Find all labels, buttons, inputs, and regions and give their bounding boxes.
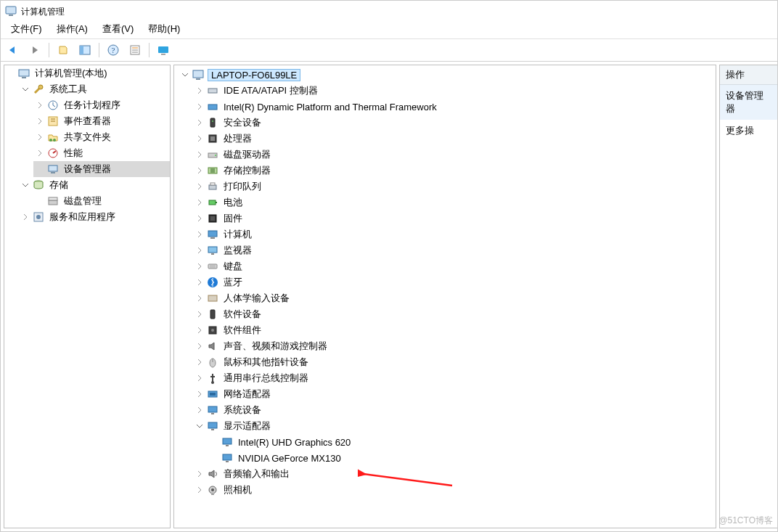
svg-point-38 [215, 155, 216, 156]
menu-action[interactable]: 操作(A) [49, 21, 95, 38]
expand-icon[interactable] [194, 325, 205, 335]
device-battery[interactable]: 电池 [193, 195, 716, 210]
tree-disk-management[interactable]: 磁盘管理 [33, 193, 170, 209]
expand-icon[interactable] [194, 293, 205, 303]
device-cpu[interactable]: 处理器 [193, 131, 716, 147]
device-label: 通用串行总线控制器 [222, 372, 310, 385]
device-print-queue[interactable]: 打印队列 [193, 179, 716, 195]
tree-services-apps[interactable]: 服务和应用程序 [19, 209, 170, 225]
svg-rect-68 [226, 461, 229, 462]
svg-rect-61 [208, 406, 217, 412]
device-mouse[interactable]: 鼠标和其他指针设备 [193, 354, 716, 370]
menu-help[interactable]: 帮助(H) [141, 21, 187, 38]
expand-icon[interactable] [194, 341, 205, 351]
expand-icon[interactable] [194, 86, 205, 96]
scan-hardware-button[interactable] [154, 41, 173, 60]
collapse-icon[interactable] [180, 70, 190, 80]
device-label: 人体学输入设备 [222, 292, 291, 305]
tree-device-manager[interactable]: 设备管理器 [33, 161, 170, 177]
svg-rect-3 [80, 46, 83, 54]
actions-more[interactable]: 更多操 [720, 120, 777, 142]
tree-root[interactable]: 计算机管理(本地) [4, 65, 170, 81]
expand-icon[interactable] [194, 197, 205, 208]
show-hide-tree-button[interactable] [75, 41, 94, 60]
device-computer[interactable]: 计算机 [193, 226, 716, 242]
expand-icon[interactable] [194, 102, 205, 112]
properties-button[interactable] [126, 41, 144, 60]
device-label: 软件设备 [222, 308, 263, 321]
svg-rect-33 [210, 118, 215, 127]
collapse-icon[interactable] [194, 421, 205, 431]
expand-icon[interactable] [194, 309, 205, 319]
device-root[interactable]: LAPTOP-FO6L99LE [179, 67, 716, 83]
expand-icon[interactable] [194, 277, 205, 287]
expand-icon[interactable] [194, 469, 205, 479]
expand-icon[interactable] [35, 148, 45, 158]
device-disk-drives[interactable]: 磁盘驱动器 [193, 147, 716, 163]
device-security[interactable]: 安全设备 [193, 115, 716, 131]
expand-icon[interactable] [194, 357, 205, 367]
device-mouse-icon [206, 356, 219, 369]
storage-icon [32, 179, 45, 192]
device-sw-devices[interactable]: 软件设备 [193, 306, 716, 322]
expand-icon[interactable] [35, 100, 45, 110]
expand-icon[interactable] [194, 118, 205, 128]
console-tree[interactable]: 计算机管理(本地) 系统工具 [4, 65, 170, 225]
tree-event-viewer[interactable]: 事件查看器 [33, 113, 170, 129]
device-display-nvidia[interactable]: NVIDIA GeForce MX130 [208, 450, 716, 466]
expand-icon[interactable] [194, 261, 205, 271]
svg-rect-22 [49, 165, 57, 171]
expand-icon[interactable] [194, 150, 205, 160]
device-sw-components[interactable]: 软件组件 [193, 322, 716, 338]
device-storage-ctrl[interactable]: 存储控制器 [193, 163, 716, 179]
help-button[interactable]: ? [104, 41, 123, 60]
up-button[interactable] [54, 41, 73, 60]
expand-icon[interactable] [194, 373, 205, 383]
device-label: 蓝牙 [222, 276, 244, 289]
device-display-uhd[interactable]: Intel(R) UHD Graphics 620 [208, 434, 716, 450]
menu-file[interactable]: 文件(F) [4, 21, 49, 38]
tree-performance[interactable]: 性能 [33, 145, 170, 161]
device-display-icon [206, 420, 219, 433]
device-audio-io[interactable]: 音频输入和输出 [193, 466, 716, 482]
device-firmware[interactable]: 固件 [193, 210, 716, 226]
device-display[interactable]: 显示适配器 [193, 418, 716, 434]
expand-icon[interactable] [194, 389, 205, 399]
device-system-devices[interactable]: 系统设备 [193, 402, 716, 418]
expand-icon[interactable] [20, 212, 30, 222]
device-sound[interactable]: 声音、视频和游戏控制器 [193, 338, 716, 354]
expand-icon[interactable] [194, 181, 205, 192]
expand-icon[interactable] [35, 132, 45, 142]
svg-point-28 [36, 215, 41, 219]
expand-icon[interactable] [35, 116, 45, 126]
collapse-icon[interactable] [20, 180, 30, 190]
device-network[interactable]: 网络适配器 [193, 386, 716, 402]
expand-icon[interactable] [194, 134, 205, 144]
expand-icon[interactable] [194, 165, 205, 176]
device-label: 计算机 [222, 228, 253, 241]
expand-icon[interactable] [194, 405, 205, 415]
device-camera[interactable]: 照相机 [193, 482, 716, 498]
device-usb[interactable]: 通用串行总线控制器 [193, 370, 716, 386]
tree-label: 系统工具 [48, 83, 89, 96]
expand-icon[interactable] [194, 485, 205, 495]
actions-device-manager[interactable]: 设备管理器 [720, 85, 777, 120]
tree-task-scheduler[interactable]: 任务计划程序 [33, 97, 170, 113]
device-keyboard[interactable]: 键盘 [193, 258, 716, 274]
device-ide[interactable]: IDE ATA/ATAPI 控制器 [193, 83, 716, 99]
back-button[interactable] [4, 41, 22, 60]
device-monitor[interactable]: 监视器 [193, 242, 716, 258]
device-bluetooth[interactable]: 蓝牙 [193, 274, 716, 290]
tree-system-tools[interactable]: 系统工具 [19, 81, 170, 97]
collapse-icon[interactable] [20, 84, 30, 94]
device-hid[interactable]: 人体学输入设备 [193, 290, 716, 306]
forward-button[interactable] [25, 41, 44, 60]
tree-storage[interactable]: 存储 [19, 177, 170, 193]
expand-icon[interactable] [194, 245, 205, 255]
tree-shared-folders[interactable]: 共享文件夹 [33, 129, 170, 145]
expand-icon[interactable] [194, 213, 205, 224]
expand-icon[interactable] [194, 229, 205, 240]
menu-view[interactable]: 查看(V) [95, 21, 141, 38]
device-intel-dptf[interactable]: Intel(R) Dynamic Platform and Thermal Fr… [193, 99, 716, 115]
device-tree[interactable]: LAPTOP-FO6L99LE IDE ATA/ATAPI 控制器Intel(R… [174, 65, 716, 504]
